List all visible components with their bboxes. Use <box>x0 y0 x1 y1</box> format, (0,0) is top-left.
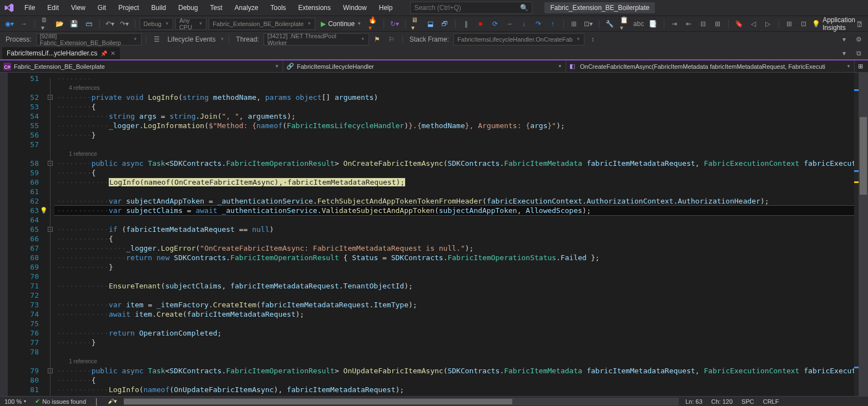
open-button[interactable]: 📂 <box>54 18 66 30</box>
outdent-button[interactable]: ⇤ <box>683 18 695 30</box>
menu-bar: File Edit View Git Project Build Debug T… <box>0 0 868 16</box>
overview-ruler[interactable] <box>854 73 859 396</box>
horizontal-scrollbar[interactable] <box>124 398 679 405</box>
window-a-button[interactable]: ⊞ <box>783 18 795 30</box>
continue-button[interactable]: ▶Continue▼ <box>317 18 365 30</box>
toggle-b-button[interactable]: ⊡▾ <box>582 18 594 30</box>
stop-button[interactable]: ■ <box>475 18 487 30</box>
vs-logo-icon <box>3 2 14 13</box>
thread-dropdown[interactable]: [34212] .NET ThreadPool Worker▼ <box>264 33 369 45</box>
menu-window[interactable]: Window <box>337 2 372 14</box>
toolbar-settings-icon[interactable]: ⚙ <box>852 33 865 45</box>
comment-button[interactable]: ⊟ <box>697 18 709 30</box>
redo-button[interactable]: ↷▾ <box>118 18 130 30</box>
menu-view[interactable]: View <box>65 2 91 14</box>
tool-c-button[interactable]: 🔧 <box>604 18 616 30</box>
error-list-status[interactable]: ✔No issues found <box>31 398 90 405</box>
save-button[interactable]: 💾 <box>68 18 80 30</box>
menu-file[interactable]: File <box>19 2 41 14</box>
undo-button[interactable]: ↶▾ <box>104 18 116 30</box>
lifecycle-icon[interactable]: ☰ <box>151 33 163 45</box>
tab-overflow-button[interactable]: ▾ <box>838 47 850 59</box>
nav-back-button[interactable]: ◉▾ <box>3 18 16 30</box>
uncomment-button[interactable]: ⊞ <box>711 18 724 30</box>
menu-test[interactable]: Test <box>205 2 228 14</box>
step-button[interactable]: ⬓ <box>424 18 436 30</box>
hot-reload-button[interactable]: 🔥▾ <box>367 18 379 30</box>
brush-icon[interactable]: 🖌▾ <box>103 398 122 405</box>
application-insights[interactable]: 💡 Application Insights ⍰ <box>812 16 865 32</box>
indent-button[interactable]: ⇥ <box>668 18 680 30</box>
stackframe-dropdown[interactable]: FabricItemsLifecycleHandler.OnCreateFab▼ <box>453 33 584 45</box>
code-editor[interactable]: 51525354555657◐↑585960616263💡64656667686… <box>0 73 868 396</box>
document-tab-active[interactable]: FabricItemsLif...ycleHandler.cs 📌 ✕ <box>2 47 120 59</box>
step2-button[interactable]: 🗗 <box>438 18 451 30</box>
line-ending[interactable]: CRLF <box>759 398 784 405</box>
bookmark-button[interactable]: 🔖 <box>733 18 745 30</box>
floating-window-button[interactable]: ⧉ <box>852 47 865 59</box>
menu-project[interactable]: Project <box>113 2 144 14</box>
document-tab-strip: FabricItemsLif...ycleHandler.cs 📌 ✕ ▾ ⧉ <box>0 47 868 60</box>
step-into-button[interactable]: ↓ <box>518 18 530 30</box>
breakpoint-margin[interactable] <box>0 73 8 396</box>
csharp-project-icon: C# <box>3 63 11 70</box>
step-over-button[interactable]: ↷ <box>532 18 544 30</box>
indent-mode[interactable]: SPC <box>737 398 759 405</box>
menu-extensions[interactable]: Extensions <box>292 2 336 14</box>
bookmark-prev-button[interactable]: ◁ <box>748 18 760 30</box>
menu-analyze[interactable]: Analyze <box>229 2 264 14</box>
caret-line[interactable]: Ln: 63 <box>681 398 707 405</box>
tool-e-button[interactable]: abc <box>633 18 645 30</box>
close-icon[interactable]: ✕ <box>110 50 115 57</box>
bookmark-next-button[interactable]: ▷ <box>762 18 774 30</box>
zoom-level[interactable]: 100 %▾ <box>0 398 31 405</box>
pin-icon[interactable]: 📌 <box>100 50 107 57</box>
help-icon: ⍰ <box>857 20 861 28</box>
new-item-button[interactable]: 🗎▾ <box>39 18 52 30</box>
step-out-button[interactable]: ↑ <box>547 18 559 30</box>
search-input[interactable] <box>414 4 514 12</box>
menu-debug[interactable]: Debug <box>173 2 203 14</box>
menu-help[interactable]: Help <box>374 2 398 14</box>
step-next-button[interactable]: → <box>503 18 516 30</box>
restart-debug-button[interactable]: ⟳ <box>489 18 501 30</box>
process-label: Process: <box>3 35 34 43</box>
stackframe-more-icon[interactable]: ↕ <box>587 33 599 45</box>
nav-member-dropdown[interactable]: ◧ OnCreateFabricItemAsync(FabricItemMeta… <box>566 60 855 72</box>
menu-build[interactable]: Build <box>146 2 172 14</box>
nav-split-button[interactable]: ⊞ <box>855 60 868 72</box>
check-icon: ✔ <box>35 398 40 405</box>
lightbulb-icon: 💡 <box>812 20 820 28</box>
thread-label: Thread: <box>234 35 261 43</box>
toggle-a-button[interactable]: ⊞ <box>568 18 580 30</box>
outlining-margin[interactable]: −−−− <box>47 73 54 396</box>
menu-git[interactable]: Git <box>92 2 112 14</box>
search-icon: 🔍 <box>520 4 528 12</box>
process-dropdown[interactable]: [9288] Fabric_Extension_BE_Boilerp▼ <box>36 33 142 45</box>
vertical-scrollbar[interactable] <box>859 73 868 396</box>
nav-class-dropdown[interactable]: 🔗 FabricItemsLifecycleHandler▼ <box>283 60 566 72</box>
startup-project-dropdown[interactable]: Fabric_Extension_BE_Boilerplate▼ <box>209 18 315 30</box>
browser-link-button[interactable]: 🖥▾ <box>410 18 422 30</box>
save-all-button[interactable]: 🗃 <box>83 18 95 30</box>
code-surface[interactable]: ········ 4 references········private voi… <box>54 73 854 396</box>
caret-char[interactable]: Ch: 120 <box>707 398 738 405</box>
flag-icon[interactable]: ⚑ <box>371 33 383 45</box>
stackframe-label: Stack Frame: <box>407 35 451 43</box>
tool-d-button[interactable]: 📋▾ <box>618 18 630 30</box>
window-b-button[interactable]: ⊡ <box>798 18 810 30</box>
toolbar-overflow-button[interactable]: ▾ <box>838 33 850 45</box>
menu-edit[interactable]: Edit <box>42 2 64 14</box>
nav-project-dropdown[interactable]: C# Fabric_Extension_BE_Boilerplate▼ <box>0 60 283 72</box>
platform-dropdown[interactable]: Any CPU▼ <box>175 18 206 30</box>
menu-tools[interactable]: Tools <box>265 2 291 14</box>
restart-button[interactable]: ↻▾ <box>388 18 401 30</box>
lifecycle-label: Lifecycle Events <box>165 35 218 43</box>
search-box[interactable]: 🔍 <box>410 2 532 14</box>
configuration-dropdown[interactable]: Debug▼ <box>140 18 173 30</box>
nav-fwd-button[interactable]: → <box>18 18 30 30</box>
tool-f-button[interactable]: 📑 <box>647 18 659 30</box>
solution-name-chip[interactable]: Fabric_Extension_BE_Boilerplate <box>544 2 655 13</box>
pause-button[interactable]: ‖ <box>460 18 472 30</box>
thread-filter-icon[interactable]: ⚐ <box>386 33 398 45</box>
